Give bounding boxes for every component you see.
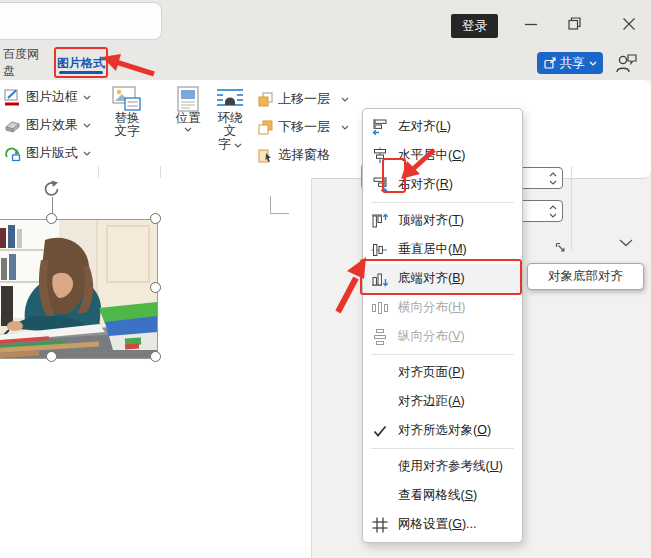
annotation-arrow-align-bottom [328, 250, 374, 318]
picture-layout-button[interactable]: 图片版式 [4, 142, 91, 164]
tab-baidu-netdisk[interactable]: 百度网盘 [3, 52, 49, 74]
chevron-down-icon [83, 123, 91, 128]
menu-item-use-alignment-guides[interactable]: 使用对齐参考线(U) [363, 452, 522, 481]
bring-forward-icon [258, 92, 273, 107]
bring-forward-button[interactable]: 上移一层 [258, 88, 349, 110]
spinner-up-icon[interactable] [549, 205, 557, 210]
chevron-down-icon [341, 97, 349, 102]
picture-effects-button[interactable]: 图片效果 [4, 114, 91, 136]
grid-settings-icon [371, 516, 389, 534]
spinner-up-icon[interactable] [549, 172, 557, 177]
send-backward-button[interactable]: 下移一层 [258, 116, 349, 138]
spinner-down-icon[interactable] [549, 213, 557, 218]
menu-item-distribute-vertical: 纵向分布(V) [363, 322, 522, 351]
tooltip-align-bottom: 对象底部对齐 [527, 263, 644, 290]
chevron-down-icon [184, 127, 192, 132]
selected-picture[interactable] [0, 219, 158, 359]
menu-item-align-top[interactable]: 顶端对齐(T) [363, 206, 522, 235]
send-backward-icon [258, 120, 273, 135]
person-icon[interactable] [615, 52, 641, 74]
resize-handle-right[interactable] [150, 282, 161, 293]
menu-item-align-to-margin[interactable]: 对齐边距(A) [363, 387, 522, 416]
chevron-down-icon [589, 61, 597, 66]
spinner-down-icon[interactable] [549, 180, 557, 185]
menu-item-align-selected-objects[interactable]: 对齐所选对象(O) [363, 416, 522, 445]
distribute-vertical-icon [371, 328, 389, 346]
login-button[interactable]: 登录 [451, 14, 498, 38]
rotate-handle-icon[interactable] [43, 180, 62, 198]
checkmark-icon [371, 422, 389, 440]
title-bar: 登录 百度网盘 图片格式 共享 [0, 0, 651, 80]
resize-handle-bottom[interactable] [46, 351, 57, 362]
alt-text-icon [112, 86, 142, 112]
chevron-down-icon [83, 151, 91, 156]
resize-handle-top[interactable] [46, 213, 57, 224]
wrap-text-button[interactable]: 环绕文 字 [212, 86, 248, 151]
menu-separator [371, 354, 514, 355]
menu-item-align-to-page[interactable]: 对齐页面(P) [363, 358, 522, 387]
menu-separator [371, 448, 514, 449]
dialog-launcher-icon[interactable] [555, 242, 566, 253]
wrap-text-icon [217, 86, 243, 112]
selection-pane-button[interactable]: 选择窗格 [258, 144, 330, 166]
close-icon[interactable] [622, 17, 636, 31]
group-separator [571, 166, 572, 250]
chevron-down-icon [341, 125, 349, 130]
align-top-icon [371, 212, 389, 230]
menu-separator [371, 202, 514, 203]
share-button[interactable]: 共享 [537, 52, 603, 74]
margin-mark [270, 213, 289, 214]
menu-item-grid-settings[interactable]: 网格设置(G)... [363, 510, 522, 539]
menu-item-distribute-horizontal: 横向分布(H) [363, 293, 522, 322]
picture-layout-icon [4, 145, 21, 162]
ribbon: 图片边框 图片效果 图片版式 [0, 80, 651, 179]
selection-pane-icon [258, 148, 273, 163]
align-left-icon [371, 118, 389, 136]
collapse-ribbon-icon[interactable] [618, 238, 634, 247]
document-tab-pill[interactable] [0, 2, 162, 40]
annotation-arrow-align [398, 144, 440, 182]
position-button[interactable]: 位置 [172, 86, 204, 132]
minimize-icon[interactable] [525, 23, 537, 26]
picture-border-button[interactable]: 图片边框 [4, 86, 91, 108]
share-label: 共享 [560, 55, 585, 72]
alt-text-button[interactable]: 替换 文字 [104, 86, 150, 138]
menu-item-view-gridlines[interactable]: 查看网格线(S) [363, 481, 522, 510]
chevron-down-icon [83, 95, 91, 100]
resize-handle-top-right[interactable] [150, 213, 161, 224]
position-icon [177, 86, 199, 112]
share-icon [544, 57, 556, 69]
resize-handle-bottom-right[interactable] [150, 351, 161, 362]
picture-border-icon [4, 89, 21, 106]
chevron-down-icon [234, 143, 242, 148]
margin-mark [270, 196, 271, 214]
rotate-handle-stem [52, 197, 53, 214]
photo-girl-drawing [0, 220, 157, 358]
menu-item-align-left[interactable]: 左对齐(L) [363, 112, 522, 141]
picture-effects-icon [4, 117, 21, 134]
annotation-box-align-bottom [360, 259, 522, 295]
restore-icon[interactable] [568, 17, 582, 31]
annotation-arrow-tab [100, 50, 160, 78]
